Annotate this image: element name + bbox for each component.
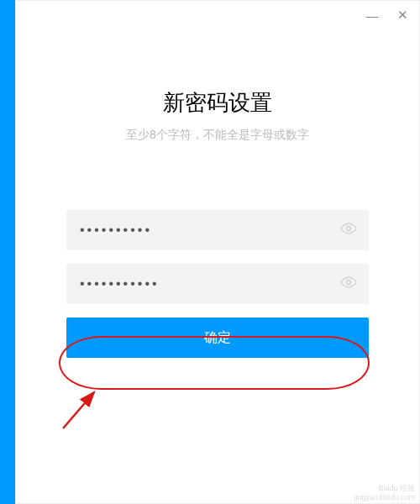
dialog-window: — ✕ 新密码设置 至少8个字符，不能全是字母或数字 确定 [15,0,420,504]
eye-icon[interactable] [340,220,357,240]
watermark-line2: jingyan.baidu.com [354,493,415,502]
dialog-title: 新密码设置 [66,88,369,118]
close-button[interactable]: ✕ [394,8,411,23]
new-password-input[interactable] [66,210,369,250]
svg-point-1 [347,281,351,285]
confirm-password-field-wrap [66,264,369,304]
svg-point-0 [347,227,351,231]
password-field-wrap [66,210,369,250]
minimize-button[interactable]: — [364,8,381,23]
confirm-password-input[interactable] [66,264,369,304]
confirm-button[interactable]: 确定 [66,318,369,358]
dialog-subtitle: 至少8个字符，不能全是字母或数字 [66,128,369,143]
titlebar: — ✕ [16,1,419,29]
content-area: 新密码设置 至少8个字符，不能全是字母或数字 确定 [16,29,419,358]
eye-icon[interactable] [340,274,357,294]
blue-accent-strip [0,0,15,504]
watermark: Baidu 经验 jingyan.baidu.com [354,484,415,502]
watermark-line1: Baidu 经验 [354,484,415,493]
